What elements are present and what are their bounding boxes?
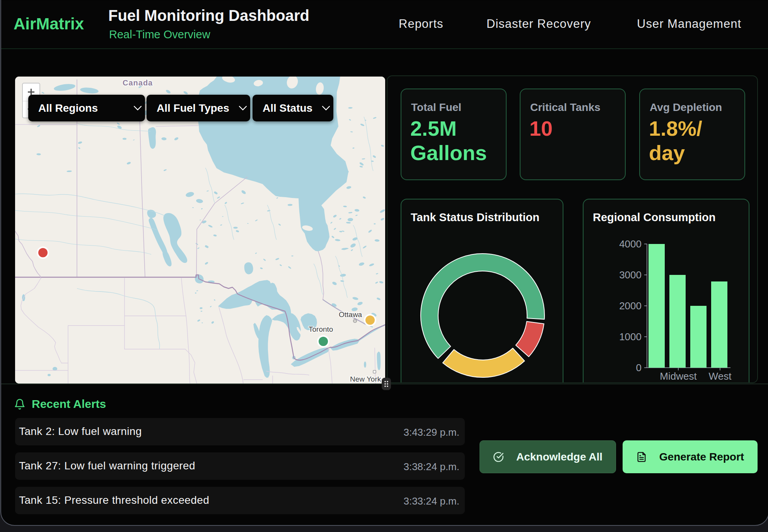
svg-text:2000: 2000	[619, 300, 642, 312]
svg-text:4000: 4000	[619, 238, 642, 250]
svg-text:Canada: Canada	[123, 78, 153, 87]
svg-text:3000: 3000	[619, 269, 642, 281]
svg-text:Toronto: Toronto	[309, 325, 333, 333]
svg-text:New York: New York	[350, 375, 381, 383]
svg-text:0: 0	[636, 362, 642, 373]
svg-text:Ottawa: Ottawa	[339, 310, 362, 319]
svg-text:1000: 1000	[619, 331, 642, 343]
svg-text:West: West	[709, 370, 732, 382]
svg-text:Midwest: Midwest	[660, 370, 697, 382]
